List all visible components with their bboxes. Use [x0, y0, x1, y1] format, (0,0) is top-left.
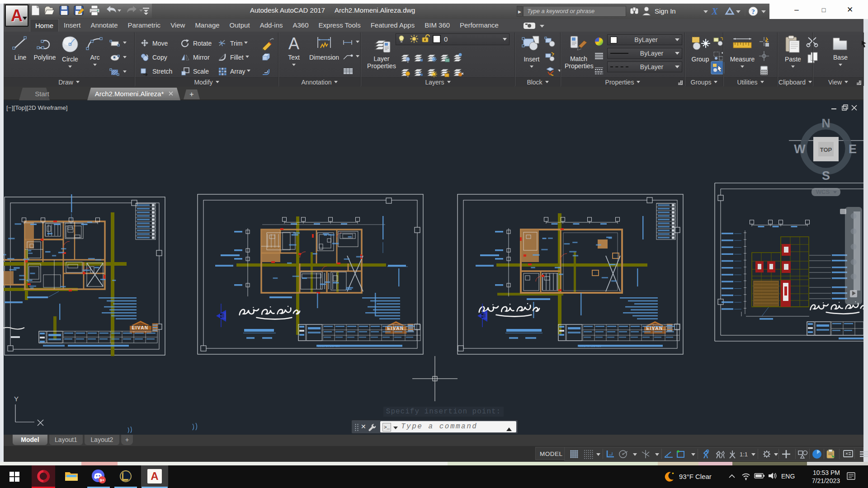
svg-text:X: X — [711, 6, 718, 17]
svg-text:EIVAN: EIVAN — [132, 325, 148, 330]
svg-text:?: ? — [751, 8, 755, 15]
svg-text:E: E — [849, 142, 857, 156]
svg-text:N: N — [821, 117, 830, 130]
svg-text:Y: Y — [14, 395, 19, 403]
svg-text:Arch2.Momeni.Alireza*: Arch2.Momeni.Alireza* — [95, 90, 164, 98]
svg-text:W: W — [794, 142, 806, 156]
svg-text:+: + — [189, 90, 193, 98]
svg-text:TOP: TOP — [820, 146, 832, 153]
svg-text:A: A — [288, 34, 299, 52]
svg-text:09179726480: 09179726480 — [579, 344, 601, 348]
svg-text:0: 0 — [444, 35, 448, 43]
svg-text:S: S — [822, 169, 830, 183]
svg-text:Start: Start — [35, 90, 50, 98]
svg-text:9+: 9+ — [100, 478, 104, 482]
svg-text:[−][Top][2D Wireframe]: [−][Top][2D Wireframe] — [6, 104, 67, 111]
svg-text:WCS: WCS — [816, 188, 830, 195]
svg-text:09179726480: 09179726480 — [318, 344, 340, 348]
svg-text:Sign In: Sign In — [655, 7, 676, 15]
